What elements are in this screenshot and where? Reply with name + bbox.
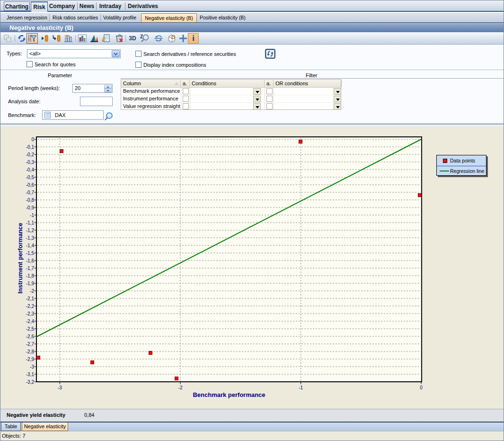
svg-text:-2,9: -2,9 bbox=[26, 357, 35, 362]
svg-text:-1,5: -1,5 bbox=[26, 251, 35, 256]
svg-text:-0,3: -0,3 bbox=[26, 160, 35, 165]
svg-text:-3: -3 bbox=[58, 385, 62, 390]
svg-text:-1,4: -1,4 bbox=[26, 243, 35, 248]
svg-text:-2,5: -2,5 bbox=[26, 326, 35, 332]
svg-text:-1,7: -1,7 bbox=[26, 266, 35, 271]
svg-text:-0,8: -0,8 bbox=[26, 198, 35, 203]
svg-text:-0,6: -0,6 bbox=[26, 182, 35, 188]
svg-text:-2: -2 bbox=[178, 385, 183, 390]
svg-text:Z: Z bbox=[140, 34, 143, 39]
svg-text:-3,1: -3,1 bbox=[26, 372, 35, 377]
svg-text:0: 0 bbox=[420, 385, 423, 390]
svg-text:Instrument performance: Instrument performance bbox=[17, 223, 24, 294]
svg-text:-2,6: -2,6 bbox=[26, 334, 35, 339]
svg-text:-2,4: -2,4 bbox=[26, 319, 35, 324]
svg-text:-0,7: -0,7 bbox=[26, 190, 35, 195]
svg-text:-1,9: -1,9 bbox=[26, 281, 35, 286]
svg-text:-1,1: -1,1 bbox=[26, 220, 35, 225]
svg-text:-1,2: -1,2 bbox=[26, 228, 35, 233]
svg-text:0: 0 bbox=[31, 137, 34, 142]
svg-text:-1: -1 bbox=[30, 213, 34, 218]
svg-text:-1: -1 bbox=[299, 385, 303, 390]
svg-text:-0,9: -0,9 bbox=[26, 205, 35, 210]
svg-text:-0,4: -0,4 bbox=[26, 167, 35, 172]
svg-text:Benchmark performance: Benchmark performance bbox=[193, 391, 265, 398]
svg-text:-2,3: -2,3 bbox=[26, 311, 35, 316]
svg-text:-2,2: -2,2 bbox=[26, 304, 35, 309]
svg-text:-2,8: -2,8 bbox=[26, 349, 35, 354]
svg-text:-0,5: -0,5 bbox=[26, 175, 35, 180]
svg-text:-1,3: -1,3 bbox=[26, 235, 35, 241]
svg-text:-3,2: -3,2 bbox=[26, 379, 35, 385]
svg-text:-2,7: -2,7 bbox=[26, 342, 35, 347]
svg-text:-3: -3 bbox=[30, 364, 34, 369]
svg-text:-1,6: -1,6 bbox=[26, 258, 35, 263]
svg-text:-2: -2 bbox=[30, 288, 34, 294]
svg-text:-0,2: -0,2 bbox=[26, 152, 35, 157]
svg-text:-1,8: -1,8 bbox=[26, 273, 35, 279]
svg-text:-0,1: -0,1 bbox=[26, 144, 35, 150]
svg-text:-2,1: -2,1 bbox=[26, 296, 35, 301]
